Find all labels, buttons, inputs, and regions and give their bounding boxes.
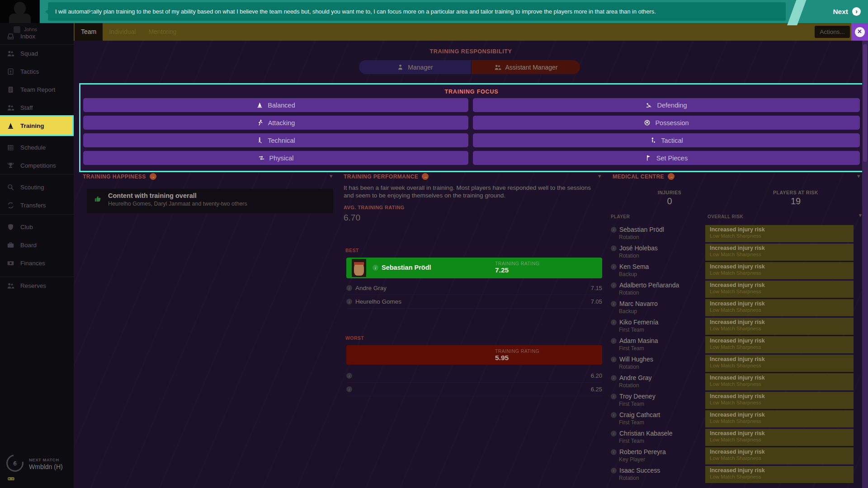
player-status: First Team [619, 419, 644, 426]
responsibility-manager-button[interactable]: Manager [359, 60, 471, 74]
medical-player-row[interactable]: iKiko FemeníaFirst TeamIncreased injury … [609, 317, 863, 336]
info-icon[interactable]: i [611, 412, 617, 418]
risk-subtitle: Low Match Sharpness [710, 474, 854, 479]
info-icon[interactable]: i [611, 319, 617, 325]
medical-player-row[interactable]: iChristian KabaseleFirst TeamIncreased i… [609, 428, 863, 447]
rating-row[interactable]: i6.20 [346, 369, 602, 383]
responsibility-assistant-button[interactable]: Assistant Manager [472, 60, 580, 74]
focus-button-label: Attacking [268, 119, 295, 127]
risk-title: Increased injury risk [710, 300, 854, 307]
info-icon[interactable]: i [346, 299, 352, 305]
rating-row[interactable]: iHeurelho Gomes7.05 [346, 295, 602, 309]
controller-icon [7, 475, 15, 483]
info-icon[interactable]: i [611, 264, 617, 270]
sidebar-item-label: Finances [20, 260, 45, 267]
goto-icon[interactable]: → [668, 173, 675, 180]
sidebar-item-board[interactable]: Board [0, 236, 74, 254]
player-status: First Team [619, 438, 644, 444]
medical-player-row[interactable]: iJosé HolebasRotationIncreased injury ri… [609, 243, 863, 262]
focus-button-defending[interactable]: Defending [473, 98, 860, 112]
player-status: Rotation [619, 290, 639, 296]
chevron-down-icon[interactable]: ▾ [598, 173, 601, 179]
info-icon[interactable]: i [611, 227, 617, 233]
person-icon [397, 64, 404, 70]
info-icon[interactable]: i [611, 338, 617, 344]
goto-icon[interactable]: → [422, 173, 429, 180]
info-icon[interactable]: i [346, 285, 352, 291]
info-icon[interactable]: i [611, 449, 617, 455]
chevron-down-icon[interactable]: ▾ [330, 173, 333, 179]
sidebar-item-schedule[interactable]: Schedule [0, 138, 74, 156]
sidebar-item-inbox[interactable]: Inbox [0, 27, 74, 45]
medical-player-row[interactable]: iSebastian PrödlRotationIncreased injury… [609, 225, 863, 243]
sidebar-item-finances[interactable]: Finances [0, 254, 74, 272]
focus-button-possession[interactable]: Possession [473, 116, 860, 130]
focus-button-technical[interactable]: Technical [83, 133, 468, 147]
sidebar-item-label: Competitions [20, 162, 56, 169]
medical-player-row[interactable]: iAndre GrayRotationIncreased injury risk… [609, 373, 863, 391]
focus-button-attacking[interactable]: Attacking [83, 116, 468, 130]
medical-player-row[interactable]: iTroy DeeneyFirst TeamIncreased injury r… [609, 391, 863, 410]
medical-player-row[interactable]: iAdam MasinaFirst TeamIncreased injury r… [609, 336, 863, 354]
medical-player-row[interactable]: iMarc NavarroBackupIncreased injury risk… [609, 299, 863, 317]
sidebar-item-team-report[interactable]: Team Report [0, 80, 74, 99]
focus-button-set-pieces[interactable]: Set Pieces [473, 151, 860, 165]
performance-panel-title: TRAINING PERFORMANCE → [344, 173, 429, 180]
goto-icon[interactable]: → [150, 173, 156, 180]
focus-button-balanced[interactable]: Balanced [83, 98, 468, 112]
next-button[interactable]: Next › [833, 0, 861, 23]
medical-player-row[interactable]: iKen SemaBackupIncreased injury riskLow … [609, 262, 863, 280]
close-button[interactable]: × [851, 23, 868, 41]
trophy-icon [7, 162, 14, 169]
focus-button-tactical[interactable]: Tactical [473, 133, 860, 147]
medical-player-row[interactable]: iRoberto PereyraKey PlayerIncreased inju… [609, 447, 863, 465]
worst-player-card[interactable]: TRAINING RATING 5.95 [346, 345, 602, 365]
info-icon[interactable]: i [611, 301, 617, 307]
info-icon[interactable]: i [611, 357, 617, 362]
next-match-opponent[interactable]: Wmbldn (H) [29, 463, 63, 470]
sidebar-item-squad[interactable]: Squad [0, 44, 74, 62]
rating-row[interactable]: i6.25 [346, 383, 602, 396]
tab-individual[interactable]: Individual [103, 23, 142, 41]
risk-title: Increased injury risk [710, 430, 854, 436]
medical-player-row[interactable]: iAdalberto PeñarandaRotationIncreased in… [609, 280, 863, 299]
risk-title: Increased injury risk [710, 282, 854, 288]
sidebar-item-club[interactable]: Club [0, 218, 74, 236]
info-icon[interactable]: i [611, 394, 617, 399]
medical-player-row[interactable]: iIsaac SuccessRotationIncreased injury r… [609, 465, 863, 484]
info-icon[interactable]: i [611, 282, 617, 288]
tab-team[interactable]: Team [75, 23, 103, 41]
rating-value: 7.05 [591, 298, 602, 305]
sidebar-item-staff[interactable]: Staff [0, 99, 74, 117]
info-icon[interactable]: i [611, 431, 617, 436]
scrollbar-thumb[interactable] [863, 44, 867, 162]
tab-mentoring[interactable]: Mentoring [142, 23, 183, 41]
focus-button-physical[interactable]: Physical [83, 151, 468, 165]
medical-player-row[interactable]: iWill HughesRotationIncreased injury ris… [609, 354, 863, 373]
player-name: iWill Hughes [611, 356, 653, 363]
rating-value: 6.25 [591, 386, 602, 393]
sidebar-item-tactics[interactable]: Tactics [0, 62, 74, 80]
actions-button[interactable]: Actions... [815, 26, 850, 38]
risk-subtitle: Low Match Sharpness [710, 307, 854, 313]
best-player-card[interactable]: i Sebastian Prödl TRAINING RATING 7.25 [346, 258, 602, 278]
info-icon[interactable]: i [346, 386, 352, 392]
money-icon [7, 259, 14, 267]
risk-subtitle: Low Match Sharpness [710, 326, 854, 331]
scrollbar[interactable] [862, 41, 868, 488]
rating-row[interactable]: iAndre Gray7.15 [346, 282, 602, 295]
sidebar-item-training[interactable]: Training [0, 117, 72, 135]
info-icon[interactable]: i [611, 468, 617, 474]
sidebar-item-competitions[interactable]: Competitions [0, 156, 74, 174]
medical-player-row[interactable]: iCraig CathcartFirst TeamIncreased injur… [609, 410, 863, 428]
sidebar-item-transfers[interactable]: Transfers [0, 196, 74, 214]
info-icon[interactable]: i [373, 265, 378, 271]
info-icon[interactable]: i [611, 375, 617, 381]
sidebar-item-scouting[interactable]: Scouting [0, 178, 74, 196]
info-icon[interactable]: i [611, 245, 617, 251]
info-icon[interactable]: i [346, 373, 352, 379]
walk-icon [256, 137, 263, 144]
sidebar-item-reserves[interactable]: Reserves [0, 277, 74, 295]
player-name: iSebastian Prödl [611, 226, 664, 233]
chevron-down-icon[interactable]: ▾ [857, 173, 860, 179]
